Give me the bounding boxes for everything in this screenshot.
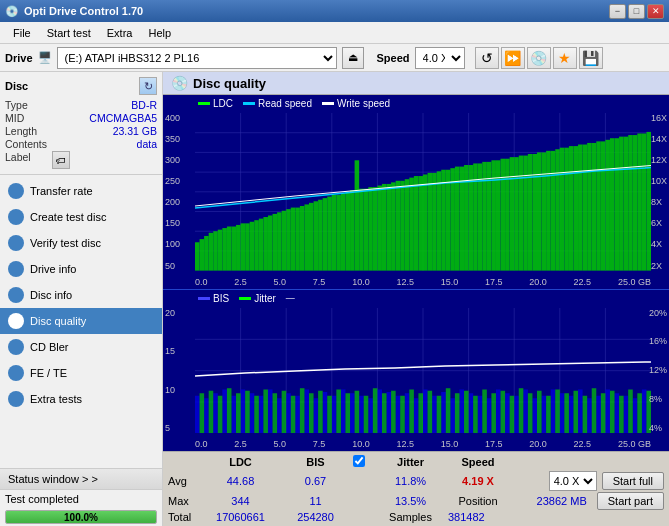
speed-select-stats[interactable]: 4.0 X	[549, 471, 597, 491]
read-speed-legend: Read speed	[243, 98, 312, 109]
svg-rect-21	[213, 231, 218, 270]
svg-rect-70	[437, 171, 442, 270]
svg-rect-68	[428, 173, 433, 271]
svg-rect-32	[263, 217, 268, 271]
disc-quality-label: Disc quality	[30, 315, 86, 327]
avg-label: Avg	[168, 475, 203, 487]
top-chart-x-axis: 0.0 2.5 5.0 7.5 10.0 12.5 15.0 17.5 20.0…	[195, 277, 651, 287]
svg-rect-164	[514, 395, 519, 433]
disc-refresh-button[interactable]: ↻	[139, 77, 157, 95]
stats-area: LDC BIS Jitter Speed Avg 44.68 0.67 11.8…	[163, 451, 669, 526]
svg-rect-207	[455, 393, 460, 433]
svg-rect-80	[482, 162, 487, 271]
menu-start-test[interactable]: Start test	[39, 25, 99, 41]
svg-rect-23	[222, 228, 227, 271]
contents-label: Contents	[5, 138, 47, 150]
bx-2-5: 2.5	[234, 439, 247, 449]
close-button[interactable]: ✕	[647, 4, 664, 19]
label-icon-btn[interactable]: 🏷	[52, 151, 70, 169]
max-ldc: 344	[203, 495, 278, 507]
svg-rect-83	[496, 160, 501, 270]
svg-rect-56	[373, 187, 378, 271]
svg-rect-148	[368, 398, 373, 433]
svg-rect-35	[277, 212, 282, 270]
svg-rect-27	[241, 223, 246, 270]
svg-rect-224	[610, 390, 615, 433]
svg-rect-57	[377, 186, 382, 271]
svg-rect-157	[450, 398, 455, 433]
svg-rect-111	[624, 137, 629, 271]
svg-rect-133	[231, 395, 236, 433]
disc-quality-header-icon: 💿	[171, 75, 188, 91]
sidebar-item-disc-quality[interactable]: Disc quality	[0, 308, 162, 334]
sidebar-item-fe-te[interactable]: FE / TE	[0, 360, 162, 386]
svg-rect-46	[327, 197, 332, 271]
bx-0: 0.0	[195, 439, 208, 449]
x-5: 5.0	[274, 277, 287, 287]
status-window-button[interactable]: Status window > >	[0, 469, 162, 490]
svg-rect-145	[341, 389, 346, 433]
svg-rect-60	[391, 182, 396, 270]
star-icon-btn[interactable]: ★	[553, 47, 577, 69]
samples-value: 381482	[448, 511, 485, 523]
test-icon-btn[interactable]: ⏩	[501, 47, 525, 69]
svg-rect-195	[345, 393, 350, 433]
svg-rect-174	[605, 389, 610, 433]
menu-extra[interactable]: Extra	[99, 25, 141, 41]
svg-rect-61	[396, 181, 401, 271]
avg-ldc: 44.68	[203, 475, 278, 487]
sidebar-item-create-test-disc[interactable]: Create test disc	[0, 204, 162, 230]
jitter-checkbox[interactable]	[353, 455, 365, 467]
svg-rect-191	[309, 393, 314, 433]
svg-rect-226	[628, 389, 633, 433]
avg-bis: 0.67	[278, 475, 353, 487]
title-bar: 💿 Opti Drive Control 1.70 − □ ✕	[0, 0, 669, 22]
sidebar-item-drive-info[interactable]: Drive info	[0, 256, 162, 282]
svg-rect-24	[227, 227, 232, 271]
sidebar-item-verify-test-disc[interactable]: Verify test disc	[0, 230, 162, 256]
sidebar-item-transfer-rate[interactable]: Transfer rate	[0, 178, 162, 204]
svg-rect-198	[373, 388, 378, 433]
refresh-icon-btn[interactable]: ↺	[475, 47, 499, 69]
bis-legend-label: BIS	[213, 293, 229, 304]
disc-icon-btn[interactable]: 💿	[527, 47, 551, 69]
svg-rect-43	[314, 201, 319, 270]
svg-rect-107	[605, 140, 610, 271]
x-10: 10.0	[352, 277, 370, 287]
y-right-16x: 16X	[651, 113, 667, 123]
y-left-400: 400	[165, 113, 180, 123]
svg-rect-202	[409, 389, 414, 433]
length-label: Length	[5, 125, 47, 137]
svg-rect-49	[341, 193, 346, 270]
sidebar-item-extra-tests[interactable]: Extra tests	[0, 386, 162, 412]
save-icon-btn[interactable]: 💾	[579, 47, 603, 69]
y-right-8x: 8X	[651, 197, 667, 207]
position-value: 23862 MB	[537, 495, 587, 507]
minimize-button[interactable]: −	[609, 4, 626, 19]
svg-rect-177	[633, 398, 638, 433]
bottom-chart-x-axis: 0.0 2.5 5.0 7.5 10.0 12.5 15.0 17.5 20.0…	[195, 439, 651, 449]
svg-rect-155	[432, 395, 437, 433]
drive-select[interactable]: (E:) ATAPI iHBS312 2 PL16	[57, 47, 337, 69]
svg-rect-199	[382, 393, 387, 433]
speed-select[interactable]: 4.0 X	[415, 47, 465, 69]
eject-button[interactable]: ⏏	[342, 47, 364, 69]
svg-rect-218	[555, 389, 560, 433]
svg-rect-93	[542, 152, 547, 270]
start-part-button[interactable]: Start part	[597, 492, 664, 510]
svg-rect-71	[441, 170, 446, 271]
y-left-250: 250	[165, 176, 180, 186]
svg-rect-204	[428, 390, 433, 433]
stats-col-ldc: LDC	[203, 456, 278, 468]
sidebar-item-cd-bler[interactable]: CD Bler	[0, 334, 162, 360]
sidebar-item-disc-info[interactable]: Disc info	[0, 282, 162, 308]
menu-help[interactable]: Help	[140, 25, 179, 41]
y-left-300: 300	[165, 155, 180, 165]
maximize-button[interactable]: □	[628, 4, 645, 19]
svg-rect-154	[423, 389, 428, 433]
svg-rect-205	[437, 395, 442, 433]
menu-file[interactable]: File	[5, 25, 39, 41]
svg-rect-159	[469, 393, 474, 433]
start-full-button[interactable]: Start full	[602, 472, 664, 490]
svg-rect-163	[505, 393, 510, 433]
